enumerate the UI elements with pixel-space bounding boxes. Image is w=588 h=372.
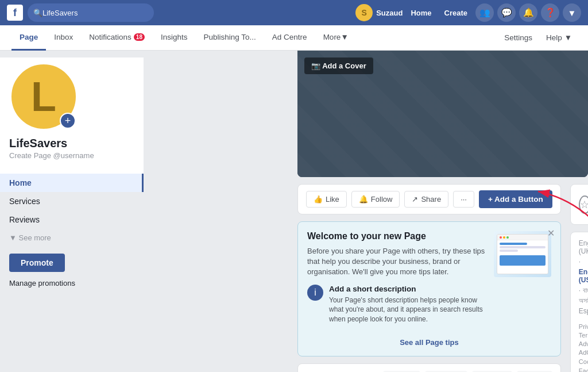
share-label: Share bbox=[421, 195, 441, 204]
page-navigation: Page Inbox Notifications 18 Insights Pub… bbox=[0, 25, 588, 51]
left-sidebar: L + LifeSavers Create Page @username Hom… bbox=[0, 51, 144, 298]
tab-insights[interactable]: Insights bbox=[153, 25, 196, 51]
browser-dot-red bbox=[500, 236, 502, 239]
share-icon: ↗ bbox=[412, 195, 418, 204]
tab-more[interactable]: More ▼ bbox=[315, 25, 357, 51]
mini-line-1 bbox=[500, 243, 527, 245]
help-chevron-icon: ▼ bbox=[564, 33, 572, 42]
footer-adchoices[interactable]: AdChoices▶ bbox=[579, 349, 588, 356]
close-button[interactable]: ✕ bbox=[547, 228, 555, 239]
add-avatar-button[interactable]: + bbox=[60, 113, 76, 129]
add-desc-icon: i bbox=[307, 285, 323, 301]
top-nav-right: S Suzaud Home Create 👥 💬 🔔 ❓ ▼ bbox=[355, 3, 581, 22]
footer-advertising[interactable]: Advertising bbox=[579, 340, 588, 347]
welcome-card: Welcome to your new Page Before you shar… bbox=[297, 221, 561, 356]
page-name: LifeSavers bbox=[9, 137, 67, 150]
lang-link-bengali[interactable]: বাংলা bbox=[583, 286, 588, 294]
footer-privacy[interactable]: Privacy bbox=[579, 323, 588, 330]
lang-link-assamese[interactable]: অসমীয়া bbox=[579, 297, 588, 305]
add-desc-text: Add a short description Your Page's shor… bbox=[329, 285, 487, 331]
follow-button[interactable]: 🔔 Follow bbox=[351, 191, 400, 208]
create-nav-link[interactable]: Create bbox=[440, 6, 472, 20]
welcome-card-desc: Before you share your Page with others, … bbox=[307, 246, 487, 278]
mini-browser-content bbox=[497, 240, 548, 268]
search-input[interactable] bbox=[42, 9, 134, 17]
mini-line-3 bbox=[500, 250, 518, 252]
tab-publishing[interactable]: Publishing To... bbox=[196, 25, 264, 51]
welcome-card-image bbox=[494, 231, 551, 277]
welcome-card-title: Welcome to your new Page bbox=[307, 231, 487, 241]
chevron-down-icon: ▼ bbox=[341, 33, 348, 41]
like-label: Like bbox=[326, 195, 339, 204]
language-links: English (UK) · English (US) · বাংলা · অস… bbox=[579, 239, 588, 315]
footer-cookies[interactable]: Cookies bbox=[579, 358, 588, 365]
see-more-button[interactable]: ▼ See more bbox=[0, 229, 144, 247]
tab-adcentre[interactable]: Ad Centre bbox=[264, 25, 315, 51]
add-desc-body: Your Page's short description helps peop… bbox=[329, 296, 487, 324]
add-cover-button[interactable]: 📷 Add a Cover bbox=[304, 57, 373, 74]
feed-area: 👍 Like 🔔 Follow ↗ Share ··· bbox=[297, 177, 588, 372]
main-area: 📷 Add a Cover 👍 Like 🔔 Follow bbox=[148, 51, 588, 372]
follow-label: Follow bbox=[371, 195, 393, 204]
mini-line-2 bbox=[500, 246, 546, 248]
language-card: English (UK) · English (US) · বাংলা · অস… bbox=[570, 232, 588, 372]
sidebar-item-home[interactable]: Home bbox=[0, 174, 144, 192]
welcome-card-inner: Welcome to your new Page Before you shar… bbox=[307, 231, 551, 331]
avatar: S bbox=[355, 4, 373, 21]
promote-button[interactable]: Promote bbox=[9, 254, 65, 272]
follow-icon: 🔔 bbox=[359, 195, 368, 204]
home-nav-link[interactable]: Home bbox=[406, 6, 436, 20]
messenger-icon-btn[interactable]: 💬 bbox=[497, 3, 516, 22]
facebook-logo: f bbox=[7, 5, 23, 21]
footer-links: Privacy · Terms · Advertising · AdChoice… bbox=[579, 323, 588, 365]
ellipsis-icon: ··· bbox=[461, 195, 467, 204]
browser-dot-yellow bbox=[503, 236, 505, 239]
welcome-card-text: Welcome to your new Page Before you shar… bbox=[307, 231, 487, 331]
feed-main: 👍 Like 🔔 Follow ↗ Share ··· bbox=[297, 184, 561, 372]
mini-banner bbox=[500, 255, 546, 266]
cover-area: 📷 Add a Cover bbox=[297, 51, 588, 177]
search-bar[interactable]: 🔍 bbox=[28, 3, 154, 22]
chevron-icon-btn[interactable]: ▼ bbox=[563, 3, 581, 22]
notifications-badge: 18 bbox=[134, 33, 145, 41]
lang-link-english-us[interactable]: English (US) bbox=[579, 268, 588, 284]
mini-browser bbox=[497, 234, 548, 274]
user-pill[interactable]: S Suzaud bbox=[355, 4, 403, 21]
more-button[interactable]: ··· bbox=[453, 191, 474, 208]
action-bar: 👍 Like 🔔 Follow ↗ Share ··· bbox=[297, 184, 561, 214]
see-all-tips-link[interactable]: See all Page tips bbox=[307, 338, 551, 347]
people-icon-btn[interactable]: 👥 bbox=[475, 3, 494, 22]
footer-terms[interactable]: Terms bbox=[579, 332, 588, 339]
help-button[interactable]: Help ▼ bbox=[541, 31, 577, 44]
thumbs-up-icon: 👍 bbox=[314, 195, 323, 204]
lang-link-english-uk[interactable]: English (UK) bbox=[579, 239, 588, 255]
user-name: Suzaud bbox=[376, 9, 403, 17]
manage-promotions-link[interactable]: Manage promotions bbox=[0, 275, 144, 291]
settings-button[interactable]: Settings bbox=[500, 31, 537, 44]
mini-browser-bar bbox=[497, 235, 548, 240]
sidebar-item-services[interactable]: Services bbox=[0, 192, 144, 210]
share-button[interactable]: ↗ Share bbox=[404, 191, 448, 208]
like-button[interactable]: 👍 Like bbox=[306, 191, 347, 208]
page-nav-right: Settings Help ▼ bbox=[500, 31, 577, 44]
sidebar-item-reviews[interactable]: Reviews bbox=[0, 210, 144, 229]
profile-avatar-wrap: L + bbox=[9, 62, 78, 131]
search-icon: 🔍 bbox=[33, 9, 42, 17]
lang-link-espanol[interactable]: Español bbox=[579, 307, 588, 315]
help-label: Help bbox=[546, 33, 562, 42]
bell-icon-btn[interactable]: 🔔 bbox=[519, 3, 537, 22]
question-icon-btn[interactable]: ❓ bbox=[541, 3, 559, 22]
footer-copyright: Facebook © 2019 bbox=[579, 367, 588, 372]
tab-notifications[interactable]: Notifications 18 bbox=[81, 25, 153, 51]
add-desc-section: i Add a short description Your Page's sh… bbox=[307, 285, 487, 331]
browser-dot-green bbox=[506, 236, 509, 239]
add-desc-heading: Add a short description bbox=[329, 285, 487, 293]
action-bar-wrap: 👍 Like 🔔 Follow ↗ Share ··· bbox=[297, 184, 561, 214]
tab-more-label: More bbox=[323, 33, 341, 41]
tab-inbox[interactable]: Inbox bbox=[46, 25, 81, 51]
red-arrow-indicator bbox=[532, 186, 588, 220]
tab-page[interactable]: Page bbox=[11, 25, 46, 51]
page-username: Create Page @username bbox=[9, 151, 94, 160]
profile-section: L + LifeSavers Create Page @username bbox=[0, 57, 144, 174]
create-post-card: Create post 🔴 Live 📅 Event 🏷️ bbox=[297, 363, 561, 372]
